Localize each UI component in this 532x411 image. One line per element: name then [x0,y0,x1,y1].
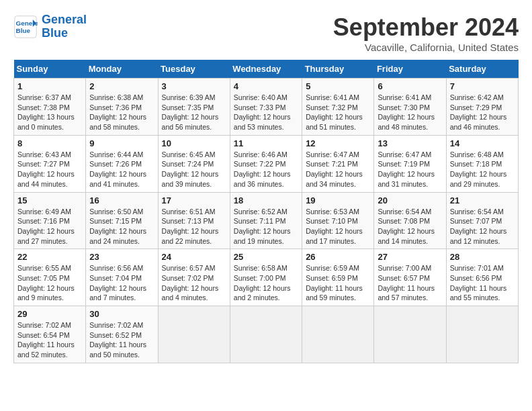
day-number: 11 [234,138,298,148]
calendar-cell: 19Sunrise: 6:53 AM Sunset: 7:10 PM Dayli… [302,192,374,249]
page-header: General Blue GeneralBlue September 2024 … [13,13,519,53]
day-number: 19 [306,195,370,205]
day-number: 13 [378,138,442,148]
calendar-cell: 18Sunrise: 6:52 AM Sunset: 7:11 PM Dayli… [230,192,302,249]
calendar-cell: 10Sunrise: 6:45 AM Sunset: 7:24 PM Dayli… [158,135,230,192]
day-info: Sunrise: 6:51 AM Sunset: 7:13 PM Dayligh… [162,207,226,246]
title-block: September 2024 Vacaville, California, Un… [333,13,519,53]
calendar-cell: 5Sunrise: 6:41 AM Sunset: 7:32 PM Daylig… [302,79,374,136]
day-info: Sunrise: 7:02 AM Sunset: 6:52 PM Dayligh… [89,320,154,360]
day-number: 15 [17,195,82,205]
day-number: 26 [306,252,370,262]
day-info: Sunrise: 6:54 AM Sunset: 7:07 PM Dayligh… [450,207,515,246]
calendar-cell: 17Sunrise: 6:51 AM Sunset: 7:13 PM Dayli… [158,192,230,249]
day-number: 7 [450,81,515,91]
calendar-cell: 12Sunrise: 6:47 AM Sunset: 7:21 PM Dayli… [302,135,374,192]
day-info: Sunrise: 6:38 AM Sunset: 7:36 PM Dayligh… [89,93,154,132]
calendar-cell: 13Sunrise: 6:47 AM Sunset: 7:19 PM Dayli… [374,135,446,192]
day-info: Sunrise: 6:59 AM Sunset: 6:59 PM Dayligh… [306,263,370,303]
calendar-cell: 6Sunrise: 6:41 AM Sunset: 7:30 PM Daylig… [374,79,446,136]
day-number: 25 [234,252,298,262]
column-header-thursday: Thursday [302,60,374,79]
day-info: Sunrise: 6:40 AM Sunset: 7:33 PM Dayligh… [234,93,298,132]
calendar-cell: 26Sunrise: 6:59 AM Sunset: 6:59 PM Dayli… [302,249,374,306]
calendar-cell: 20Sunrise: 6:54 AM Sunset: 7:08 PM Dayli… [374,192,446,249]
day-number: 23 [89,252,154,262]
calendar-cell [374,306,446,363]
calendar-cell [446,306,518,363]
calendar-cell: 9Sunrise: 6:44 AM Sunset: 7:26 PM Daylig… [86,135,158,192]
day-number: 20 [378,195,442,205]
calendar-cell: 7Sunrise: 6:42 AM Sunset: 7:29 PM Daylig… [446,79,518,136]
calendar-cell [230,306,302,363]
calendar-table: SundayMondayTuesdayWednesdayThursdayFrid… [13,60,519,363]
day-number: 18 [234,195,298,205]
day-info: Sunrise: 6:42 AM Sunset: 7:29 PM Dayligh… [450,93,515,132]
day-info: Sunrise: 6:43 AM Sunset: 7:27 PM Dayligh… [17,150,82,189]
calendar-header-row: SundayMondayTuesdayWednesdayThursdayFrid… [14,60,519,79]
calendar-cell [302,306,374,363]
day-info: Sunrise: 6:41 AM Sunset: 7:32 PM Dayligh… [306,93,370,132]
calendar-cell: 22Sunrise: 6:55 AM Sunset: 7:05 PM Dayli… [14,249,86,306]
day-info: Sunrise: 6:46 AM Sunset: 7:22 PM Dayligh… [234,150,298,189]
calendar-cell: 28Sunrise: 7:01 AM Sunset: 6:56 PM Dayli… [446,249,518,306]
day-number: 8 [17,138,82,148]
calendar-subtitle: Vacaville, California, United States [333,42,519,53]
day-number: 28 [450,252,515,262]
day-number: 12 [306,138,370,148]
day-info: Sunrise: 6:56 AM Sunset: 7:04 PM Dayligh… [89,263,154,303]
day-number: 2 [89,81,154,91]
day-info: Sunrise: 6:58 AM Sunset: 7:00 PM Dayligh… [234,263,298,303]
calendar-week-row: 22Sunrise: 6:55 AM Sunset: 7:05 PM Dayli… [14,249,519,306]
calendar-week-row: 1Sunrise: 6:37 AM Sunset: 7:38 PM Daylig… [14,79,519,136]
calendar-cell: 15Sunrise: 6:49 AM Sunset: 7:16 PM Dayli… [14,192,86,249]
logo-text: GeneralBlue [42,13,87,40]
logo-icon: General Blue [13,15,38,39]
day-info: Sunrise: 7:02 AM Sunset: 6:54 PM Dayligh… [17,320,82,360]
day-number: 30 [89,309,154,319]
day-number: 14 [450,138,515,148]
calendar-cell: 21Sunrise: 6:54 AM Sunset: 7:07 PM Dayli… [446,192,518,249]
day-number: 6 [378,81,442,91]
column-header-monday: Monday [86,60,158,79]
day-info: Sunrise: 6:39 AM Sunset: 7:35 PM Dayligh… [162,93,226,132]
day-info: Sunrise: 6:44 AM Sunset: 7:26 PM Dayligh… [89,150,154,189]
calendar-cell: 14Sunrise: 6:48 AM Sunset: 7:18 PM Dayli… [446,135,518,192]
calendar-week-row: 8Sunrise: 6:43 AM Sunset: 7:27 PM Daylig… [14,135,519,192]
day-info: Sunrise: 6:47 AM Sunset: 7:19 PM Dayligh… [378,150,442,189]
day-number: 21 [450,195,515,205]
calendar-cell: 8Sunrise: 6:43 AM Sunset: 7:27 PM Daylig… [14,135,86,192]
day-number: 3 [162,81,226,91]
day-number: 27 [378,252,442,262]
column-header-sunday: Sunday [14,60,86,79]
day-info: Sunrise: 6:53 AM Sunset: 7:10 PM Dayligh… [306,207,370,246]
day-info: Sunrise: 6:37 AM Sunset: 7:38 PM Dayligh… [17,93,82,132]
day-info: Sunrise: 6:52 AM Sunset: 7:11 PM Dayligh… [234,207,298,246]
calendar-week-row: 15Sunrise: 6:49 AM Sunset: 7:16 PM Dayli… [14,192,519,249]
column-header-wednesday: Wednesday [230,60,302,79]
svg-text:Blue: Blue [16,27,31,34]
day-info: Sunrise: 7:01 AM Sunset: 6:56 PM Dayligh… [450,263,515,303]
day-info: Sunrise: 6:45 AM Sunset: 7:24 PM Dayligh… [162,150,226,189]
day-info: Sunrise: 6:55 AM Sunset: 7:05 PM Dayligh… [17,263,82,303]
column-header-saturday: Saturday [446,60,518,79]
day-info: Sunrise: 6:49 AM Sunset: 7:16 PM Dayligh… [17,207,82,246]
day-number: 4 [234,81,298,91]
calendar-week-row: 29Sunrise: 7:02 AM Sunset: 6:54 PM Dayli… [14,306,519,363]
calendar-title: September 2024 [333,13,519,42]
column-header-tuesday: Tuesday [158,60,230,79]
day-number: 24 [162,252,226,262]
calendar-cell: 25Sunrise: 6:58 AM Sunset: 7:00 PM Dayli… [230,249,302,306]
day-number: 29 [17,309,82,319]
day-number: 16 [89,195,154,205]
calendar-cell: 30Sunrise: 7:02 AM Sunset: 6:52 PM Dayli… [86,306,158,363]
calendar-cell: 1Sunrise: 6:37 AM Sunset: 7:38 PM Daylig… [14,79,86,136]
day-number: 1 [17,81,82,91]
calendar-cell: 3Sunrise: 6:39 AM Sunset: 7:35 PM Daylig… [158,79,230,136]
calendar-cell: 16Sunrise: 6:50 AM Sunset: 7:15 PM Dayli… [86,192,158,249]
day-info: Sunrise: 6:54 AM Sunset: 7:08 PM Dayligh… [378,207,442,246]
day-info: Sunrise: 6:47 AM Sunset: 7:21 PM Dayligh… [306,150,370,189]
day-number: 17 [162,195,226,205]
day-info: Sunrise: 7:00 AM Sunset: 6:57 PM Dayligh… [378,263,442,303]
day-number: 9 [89,138,154,148]
